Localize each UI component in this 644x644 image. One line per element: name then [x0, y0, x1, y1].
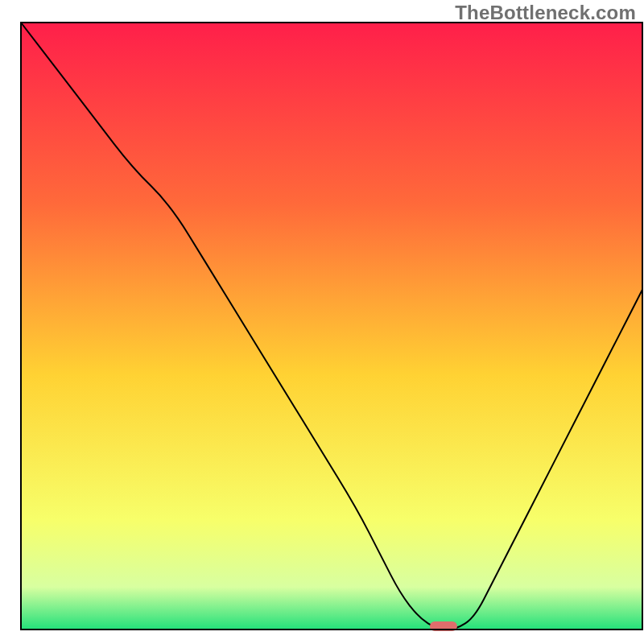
plot-background [21, 23, 642, 630]
watermark-text: TheBottleneck.com [455, 2, 636, 24]
bottleneck-chart: TheBottleneck.com [0, 0, 644, 644]
chart-canvas [0, 0, 644, 644]
